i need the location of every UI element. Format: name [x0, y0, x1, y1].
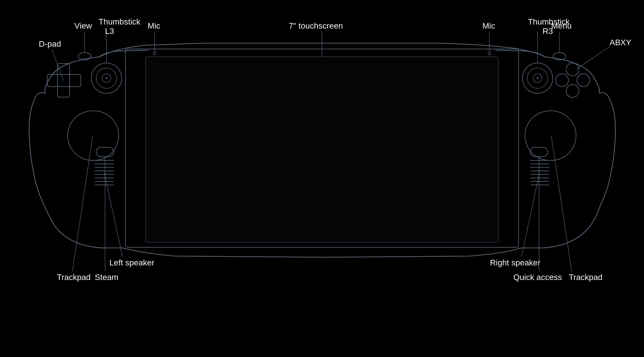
- diagram-container: D-pad View Thumbstick L3 Mic 7" touchscr…: [0, 0, 644, 357]
- svg-point-14: [537, 77, 538, 79]
- touchscreen-label: 7" touchscreen: [289, 21, 343, 30]
- left-trackpad-label: Trackpad: [57, 273, 91, 282]
- svg-rect-5: [47, 74, 81, 87]
- abxy-label: ABXY: [610, 38, 631, 47]
- quick-access-label: Quick access: [513, 273, 562, 282]
- svg-rect-3: [68, 111, 119, 160]
- svg-rect-21: [96, 147, 114, 157]
- mic-left-label: Mic: [148, 21, 160, 30]
- dpad-label: D-pad: [39, 39, 61, 48]
- mic-right-label: Mic: [482, 21, 495, 30]
- svg-line-49: [576, 47, 610, 69]
- svg-line-50: [72, 136, 93, 271]
- svg-point-17: [566, 63, 579, 76]
- svg-rect-4: [525, 111, 576, 160]
- right-trackpad-label: Trackpad: [569, 273, 603, 282]
- menu-label: Menu: [551, 21, 572, 30]
- svg-point-18: [556, 74, 568, 87]
- svg-line-55: [551, 136, 572, 271]
- svg-point-10: [106, 77, 107, 79]
- svg-point-16: [566, 85, 579, 97]
- svg-rect-22: [530, 147, 548, 157]
- svg-rect-2: [146, 57, 498, 242]
- svg-point-40: [488, 52, 491, 55]
- thumbstick-l3-label: Thumbstick: [99, 17, 141, 26]
- thumbstick-l3-sublabel: L3: [105, 27, 114, 36]
- steam-label: Steam: [95, 273, 118, 282]
- right-speaker-label: Right speaker: [490, 258, 540, 267]
- left-speaker-label: Left speaker: [109, 258, 154, 267]
- svg-point-39: [153, 52, 156, 55]
- svg-point-15: [577, 74, 590, 87]
- view-label: View: [74, 21, 92, 30]
